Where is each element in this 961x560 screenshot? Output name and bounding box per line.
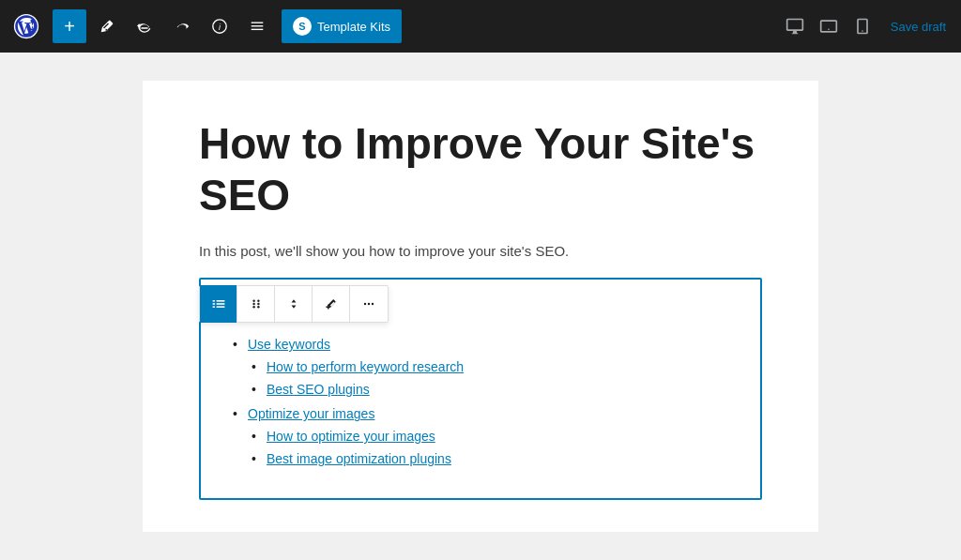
- toc-link-seo-plugins[interactable]: Best SEO plugins: [267, 382, 370, 397]
- block-type-button[interactable]: [200, 285, 237, 323]
- list-block-icon: [211, 296, 226, 311]
- more-options-icon: [361, 296, 376, 311]
- svg-rect-11: [216, 306, 224, 308]
- up-down-arrows-icon: [286, 296, 301, 311]
- drag-handle-icon: [249, 296, 264, 311]
- template-kits-button[interactable]: S Template Kits: [282, 9, 402, 43]
- tablet-view-button[interactable]: [816, 13, 842, 39]
- toc-link-keyword-research[interactable]: How to perform keyword research: [267, 359, 464, 374]
- svg-rect-5: [252, 29, 264, 30]
- toc-link-use-keywords[interactable]: Use keywords: [248, 337, 330, 352]
- svg-rect-10: [212, 306, 214, 308]
- svg-rect-3: [252, 23, 264, 23]
- mobile-view-button[interactable]: [849, 13, 876, 39]
- mobile-icon: [853, 17, 872, 36]
- svg-rect-9: [216, 303, 224, 305]
- svg-point-15: [257, 303, 259, 305]
- wp-logo[interactable]: [8, 8, 45, 45]
- intro-text[interactable]: In this post, we'll show you how to impr…: [199, 240, 762, 263]
- desktop-view-button[interactable]: [782, 13, 808, 39]
- top-toolbar: + i S Template Kits: [0, 0, 961, 53]
- svg-rect-4: [252, 25, 264, 26]
- pencil-icon: [99, 18, 115, 35]
- svg-rect-7: [216, 300, 224, 302]
- list-item: Best SEO plugins: [248, 382, 732, 397]
- tablet-icon: [819, 17, 838, 36]
- anchor-icon: [324, 296, 339, 311]
- svg-rect-8: [212, 303, 214, 305]
- drag-handle-button[interactable]: [237, 285, 275, 323]
- desktop-icon: [786, 17, 804, 36]
- list-item: Best image optimization plugins: [248, 451, 732, 466]
- undo-button[interactable]: [128, 9, 161, 43]
- more-options-button[interactable]: [350, 285, 388, 323]
- list-view-icon: [249, 18, 266, 35]
- svg-rect-6: [212, 300, 214, 302]
- toc-link-optimize-images[interactable]: Optimize your images: [248, 406, 374, 421]
- move-up-down-button[interactable]: [275, 285, 313, 323]
- add-button[interactable]: +: [53, 9, 86, 43]
- edit-button[interactable]: [90, 9, 124, 43]
- toc-sublist: How to perform keyword research Best SEO…: [248, 359, 732, 397]
- redo-icon: [174, 18, 191, 35]
- list-item: How to perform keyword research: [248, 359, 732, 374]
- list-view-button[interactable]: [240, 9, 274, 43]
- block-toolbar: [199, 285, 389, 323]
- save-draft-button[interactable]: Save draft: [883, 14, 953, 39]
- editor-area: How to Improve Your Site's SEO: [0, 53, 961, 560]
- editor-content: How to Improve Your Site's SEO: [143, 81, 818, 532]
- redo-button[interactable]: [165, 9, 199, 43]
- toolbar-right: Save draft: [782, 13, 953, 39]
- svg-point-16: [252, 306, 254, 308]
- info-icon: i: [211, 18, 228, 35]
- svg-point-18: [364, 303, 366, 305]
- svg-point-14: [252, 303, 254, 305]
- toc-link-how-optimize-images[interactable]: How to optimize your images: [267, 429, 435, 444]
- svg-point-17: [257, 306, 259, 308]
- toc-list: Use keywords How to perform keyword rese…: [229, 337, 732, 466]
- anchor-button[interactable]: [313, 285, 350, 323]
- undo-icon: [136, 18, 153, 35]
- svg-point-12: [252, 300, 254, 302]
- svg-point-20: [372, 303, 374, 305]
- info-button[interactable]: i: [203, 9, 236, 43]
- svg-point-19: [368, 303, 370, 305]
- list-item: How to optimize your images: [248, 429, 732, 444]
- toc-sublist-2: How to optimize your images Best image o…: [248, 429, 732, 466]
- post-title[interactable]: How to Improve Your Site's SEO: [199, 118, 762, 221]
- list-item: Optimize your images How to optimize you…: [229, 406, 732, 466]
- template-kits-icon: S: [293, 17, 312, 36]
- svg-point-13: [257, 300, 259, 302]
- list-item: Use keywords How to perform keyword rese…: [229, 337, 732, 397]
- svg-text:i: i: [219, 23, 221, 32]
- toc-link-image-optimization-plugins[interactable]: Best image optimization plugins: [267, 451, 451, 466]
